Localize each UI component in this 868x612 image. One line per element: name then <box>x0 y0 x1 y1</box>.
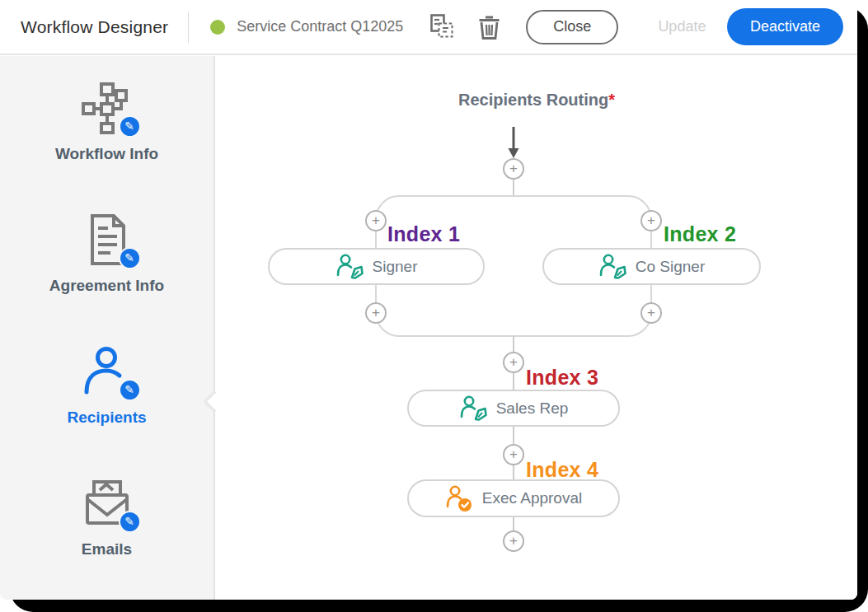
add-recipient-button-branch2-above[interactable]: + <box>640 210 662 231</box>
edit-pencil-badge: ✎ <box>119 115 141 138</box>
workflow-designer-window: Workflow Designer Service Contract Q1202… <box>0 0 857 600</box>
sidebar-item-recipients[interactable]: ✎ Recipients <box>0 320 213 451</box>
duplicate-workflow-button[interactable] <box>429 14 455 40</box>
recipient-node-label: Co Signer <box>636 258 706 276</box>
index-4-label: Index 4 <box>526 458 598 482</box>
workflow-designer-screen: Workflow Designer Service Contract Q1202… <box>0 0 868 612</box>
recipient-node-label: Signer <box>373 258 418 276</box>
add-recipient-button-top[interactable]: + <box>503 158 524 180</box>
edit-pencil-badge: ✎ <box>119 379 141 401</box>
recipient-node-sales-rep[interactable]: Sales Rep <box>407 390 620 427</box>
sidebar-item-label: Agreement Info <box>49 277 164 295</box>
delete-workflow-button[interactable] <box>477 14 501 40</box>
add-recipient-button-above-index3[interactable]: + <box>503 352 524 373</box>
recipient-node-co-signer[interactable]: Co Signer <box>542 248 761 285</box>
header-bar: Workflow Designer Service Contract Q1202… <box>0 0 857 55</box>
recipient-node-signer[interactable]: Signer <box>268 248 485 285</box>
sidebar-item-label: Emails <box>82 540 132 558</box>
signer-pen-icon <box>335 254 364 280</box>
sidebar-item-label: Recipients <box>67 409 146 427</box>
workflow-diagram-icon: ✎ <box>81 82 134 134</box>
sidebar-item-label: Workflow Info <box>55 145 158 163</box>
sidebar-item-agreement-info[interactable]: ✎ Agreement Info <box>0 188 213 320</box>
status-active-dot <box>210 20 225 35</box>
sidebar-item-emails[interactable]: ✎ Emails <box>0 451 213 583</box>
email-envelope-icon: ✎ <box>81 477 134 530</box>
edit-pencil-badge: ✎ <box>119 247 141 269</box>
sidebar-item-workflow-info[interactable]: ✎ Workflow Info <box>0 56 213 188</box>
workflow-steps-sidebar: ✎ Workflow Info <box>0 56 215 600</box>
add-recipient-button-branch1-above[interactable]: + <box>365 210 387 231</box>
page-title: Workflow Designer <box>21 17 168 37</box>
signer-pen-icon <box>598 254 626 280</box>
workflow-name: Service Contract Q12025 <box>237 18 403 35</box>
edit-pencil-badge: ✎ <box>119 511 141 533</box>
recipient-node-label: Sales Rep <box>496 399 569 418</box>
flow-connectors <box>216 56 857 600</box>
deactivate-button[interactable]: Deactivate <box>727 8 843 45</box>
recipient-person-icon: ✎ <box>81 345 134 398</box>
index-3-label: Index 3 <box>526 366 598 390</box>
add-recipient-button-bottom[interactable]: + <box>503 530 524 552</box>
add-recipient-button-above-index4[interactable]: + <box>503 444 524 465</box>
add-recipient-button-branch1-below[interactable]: + <box>365 302 387 324</box>
duplicate-icon <box>429 14 455 40</box>
trash-icon <box>477 14 501 40</box>
recipients-routing-canvas: Recipients Routing* <box>216 56 857 600</box>
recipient-node-exec-approval[interactable]: Exec Approval <box>407 479 620 517</box>
close-button[interactable]: Close <box>526 10 618 44</box>
index-1-label: Index 1 <box>387 222 460 246</box>
add-recipient-button-branch2-below[interactable]: + <box>640 302 662 324</box>
agreement-document-icon: ✎ <box>81 213 134 266</box>
update-button[interactable]: Update <box>658 18 706 35</box>
header-divider <box>188 12 189 43</box>
approver-check-icon <box>445 485 473 512</box>
recipient-node-label: Exec Approval <box>482 489 582 507</box>
signer-pen-icon <box>459 395 487 422</box>
index-2-label: Index 2 <box>664 222 736 246</box>
